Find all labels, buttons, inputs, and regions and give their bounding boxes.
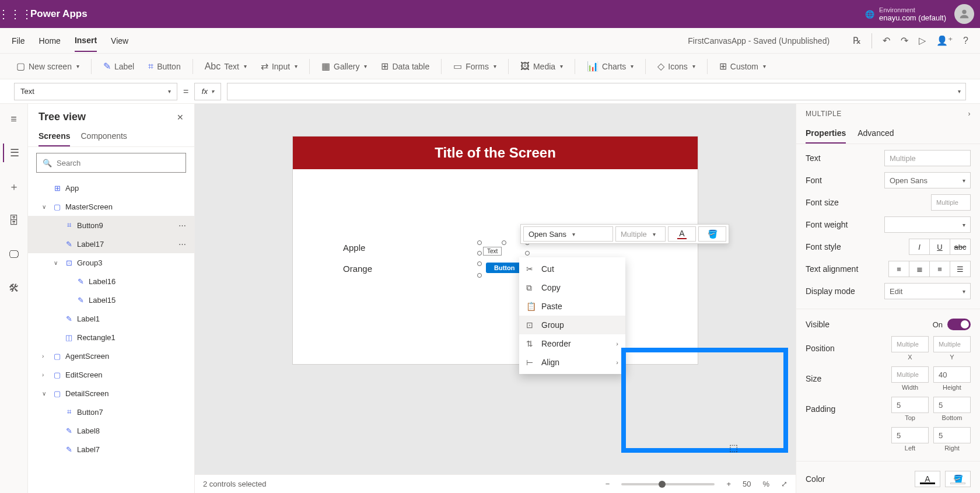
tree-view-icon[interactable]: ☰ <box>3 144 25 162</box>
props-tab-advanced[interactable]: Advanced <box>858 124 894 144</box>
insert-input-menu[interactable]: ⇄Input▾ <box>255 57 303 75</box>
close-tree-icon[interactable]: ✕ <box>177 113 184 122</box>
align-center-button[interactable]: ≣ <box>909 261 930 277</box>
align-justify-button[interactable]: ☰ <box>950 261 971 277</box>
insert-forms-menu[interactable]: ▭Forms▾ <box>447 57 502 75</box>
insert-media-menu[interactable]: 🖼Media▾ <box>514 58 569 75</box>
prop-fontweight-select[interactable]: ▾ <box>884 216 971 233</box>
selected-label-control[interactable]: Text <box>483 247 502 256</box>
zoom-in-icon[interactable]: + <box>726 480 731 488</box>
menu-insert[interactable]: Insert <box>75 30 97 52</box>
canvas-screen[interactable]: Title of the Screen Apple Orange Text Bu… <box>293 137 698 364</box>
ctx-group[interactable]: ⊡Group <box>519 316 625 334</box>
ctx-paste[interactable]: 📋Paste <box>519 297 625 316</box>
tree-search-input[interactable] <box>57 159 180 167</box>
new-screen-button[interactable]: ▢New screen▾ <box>10 57 85 75</box>
tree-item-agentscreen[interactable]: ›▢AgentScreen <box>28 347 194 365</box>
prop-padbottom-input[interactable]: 5 <box>933 397 971 413</box>
menu-home[interactable]: Home <box>39 30 61 51</box>
tree-item-label8[interactable]: ✎Label8 <box>28 421 194 440</box>
insert-label-button[interactable]: ✎Label <box>97 57 140 75</box>
prop-fontsize-input[interactable]: Multiple <box>931 194 971 211</box>
zoom-value: 50 <box>743 480 751 488</box>
tree-item-label17[interactable]: ✎Label17⋯ <box>28 235 194 253</box>
tree-tab-screens[interactable]: Screens <box>38 127 70 146</box>
fit-icon[interactable]: ⤢ <box>781 480 788 488</box>
expand-props-icon[interactable]: › <box>968 110 971 118</box>
tree-item-button7[interactable]: ⌗Button7 <box>28 403 194 421</box>
tree-item-button9[interactable]: ⌗Button9⋯ <box>28 216 194 235</box>
ctx-reorder[interactable]: ⇅Reorder› <box>519 334 625 353</box>
prop-displaymode-select[interactable]: Edit▾ <box>884 283 971 299</box>
tree-item-label1[interactable]: ✎Label1 <box>28 309 194 328</box>
float-size-select[interactable]: Multiple▾ <box>615 226 666 242</box>
menu-file[interactable]: File <box>12 30 25 51</box>
prop-width-input[interactable]: Multiple <box>891 366 929 383</box>
tools-icon[interactable]: 🛠 <box>3 279 25 298</box>
insert-icons-menu[interactable]: ◇Icons▾ <box>652 57 701 75</box>
ctx-cut[interactable]: ✂Cut <box>519 260 625 278</box>
zoom-out-icon[interactable]: − <box>606 480 610 488</box>
insert-gallery-menu[interactable]: ▦Gallery▾ <box>316 57 373 75</box>
prop-font-select[interactable]: Open Sans▾ <box>884 172 971 188</box>
insert-custom-menu[interactable]: ⊞Custom▾ <box>713 57 772 75</box>
app-checker-icon[interactable]: ℞ <box>853 35 861 46</box>
insert-text-menu[interactable]: AbcText▾ <box>199 58 253 75</box>
prop-text-input[interactable]: Multiple <box>884 150 971 166</box>
tree-item-label7[interactable]: ✎Label7 <box>28 440 194 459</box>
tree-tab-components[interactable]: Components <box>80 127 127 146</box>
insert-charts-menu[interactable]: 📊Charts▾ <box>581 57 639 75</box>
prop-x-input[interactable]: Multiple <box>891 336 929 352</box>
selected-button-control[interactable]: Button <box>486 263 523 273</box>
tree-item-masterscreen[interactable]: ∨▢MasterScreen <box>28 197 194 216</box>
undo-icon[interactable]: ↶ <box>883 35 890 46</box>
visible-toggle[interactable] <box>947 319 971 330</box>
tree-item-rectangle1[interactable]: ◫Rectangle1 <box>28 328 194 347</box>
prop-height-input[interactable]: 40 <box>933 366 971 383</box>
hamburger-icon[interactable]: ≡ <box>3 110 25 128</box>
tree-item-detailscreen[interactable]: ∨▢DetailScreen <box>28 384 194 403</box>
formula-input[interactable]: ▾ <box>227 83 966 100</box>
tree-item-label15[interactable]: ✎Label15 <box>28 291 194 309</box>
prop-y-input[interactable]: Multiple <box>933 336 971 352</box>
share-icon[interactable]: 👤⁺ <box>936 35 953 46</box>
property-selector[interactable]: Text▾ <box>14 83 177 100</box>
align-left-button[interactable]: ≡ <box>888 261 909 277</box>
play-icon[interactable]: ▷ <box>919 35 926 46</box>
label-apple[interactable]: Apple <box>343 243 365 253</box>
float-fillcolor-button[interactable]: 🪣 <box>698 226 726 242</box>
menu-view[interactable]: View <box>111 30 128 51</box>
ctx-copy[interactable]: ⧉Copy <box>519 278 625 297</box>
props-tab-properties[interactable]: Properties <box>806 124 846 144</box>
prop-padleft-input[interactable]: 5 <box>891 427 929 443</box>
user-avatar[interactable] <box>954 4 974 24</box>
tree-item-label16[interactable]: ✎Label16 <box>28 272 194 291</box>
insert-datatable-button[interactable]: ⊞Data table <box>375 57 435 75</box>
tree-item-editscreen[interactable]: ›▢EditScreen <box>28 365 194 384</box>
environment-picker[interactable]: 🌐 Environment enayu.com (default) <box>865 6 946 22</box>
help-icon[interactable]: ? <box>963 36 968 46</box>
redo-icon[interactable]: ↷ <box>901 35 908 46</box>
prop-fillcolor-button[interactable]: 🪣 <box>945 471 971 487</box>
italic-button[interactable]: I <box>909 239 930 255</box>
float-textcolor-button[interactable]: A <box>668 226 696 242</box>
fx-button[interactable]: fx▾ <box>194 83 221 100</box>
data-icon[interactable]: 🗄 <box>3 211 25 230</box>
underline-button[interactable]: U <box>929 239 950 255</box>
prop-textcolor-button[interactable]: A <box>915 471 940 487</box>
insert-button-button[interactable]: ⌗Button <box>142 58 186 75</box>
float-font-select[interactable]: Open Sans▾ <box>523 226 613 242</box>
prop-padtop-input[interactable]: 5 <box>891 397 929 413</box>
align-right-button[interactable]: ≡ <box>929 261 950 277</box>
tree-search[interactable]: 🔍 <box>36 153 186 173</box>
tree-item-group3[interactable]: ∨⊡Group3 <box>28 253 194 272</box>
label-orange[interactable]: Orange <box>343 264 372 274</box>
add-icon[interactable]: ＋ <box>3 177 25 196</box>
prop-padright-input[interactable]: 5 <box>933 427 971 443</box>
tree-item-app[interactable]: ⊞App <box>28 179 194 197</box>
media-rail-icon[interactable]: 🖵 <box>3 245 25 264</box>
app-launcher-icon[interactable]: ⋮⋮⋮ <box>6 5 24 23</box>
zoom-slider[interactable] <box>621 483 715 485</box>
strikethrough-button[interactable]: abc <box>950 239 971 255</box>
ctx-align[interactable]: ⊢Align› <box>519 353 625 372</box>
